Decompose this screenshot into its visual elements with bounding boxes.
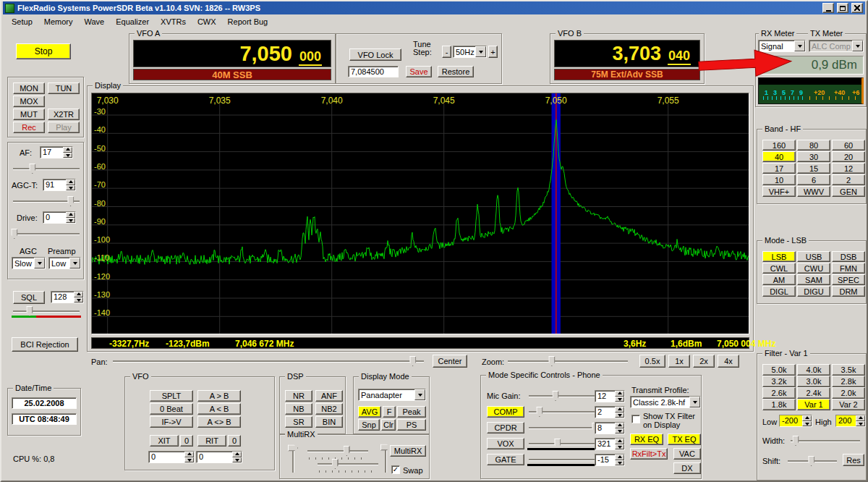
xit-spinner-down-button[interactable]	[184, 457, 194, 463]
phone-comp-button[interactable]: COMP	[487, 406, 524, 418]
mode-button-am[interactable]: AM	[762, 274, 796, 285]
rit-spinner[interactable]: 0	[196, 451, 242, 463]
display-mode-select-dropdown-button[interactable]	[414, 389, 425, 400]
tx-button-x2tr[interactable]: X2TR	[48, 109, 80, 120]
xit-spinner-up-button[interactable]	[184, 452, 194, 457]
rx-meter-select-dropdown-button[interactable]	[794, 41, 805, 51]
dx-button[interactable]: DX	[673, 462, 701, 474]
vfo-button-splt[interactable]: SPLT	[150, 390, 193, 402]
phone-cpdr-spinner[interactable]: 8	[595, 422, 625, 434]
restore-button[interactable]: Restore	[438, 66, 474, 77]
pan-slider[interactable]	[111, 355, 425, 367]
tx-button-rec[interactable]: Rec	[13, 122, 45, 133]
filter-reset-button[interactable]: Res	[843, 454, 864, 466]
vfo-a-frequency-display[interactable]: 7,050 000	[133, 40, 331, 67]
band-button-160[interactable]: 160	[762, 140, 796, 151]
display-mode-button-clr[interactable]: Clr	[381, 419, 396, 431]
zoom-2x-button[interactable]: 2x	[693, 355, 715, 368]
phone-vox-spinner-up-button[interactable]	[615, 439, 624, 444]
menu-memory[interactable]: Memory	[38, 17, 79, 27]
rx-meter-select[interactable]: Signal	[758, 40, 806, 52]
panadapter-plot[interactable]: 7,0307,0357,0407,0457,0507,055-30-40-50-…	[91, 93, 749, 334]
filter-low-spinner-up-button[interactable]	[802, 415, 812, 421]
mode-button-spec[interactable]: SPEC	[832, 274, 865, 285]
zoom-1x-button[interactable]: 1x	[668, 355, 690, 368]
mode-button-digu[interactable]: DIGU	[797, 286, 830, 297]
bci-rejection-button[interactable]: BCI Rejection	[12, 337, 78, 352]
zoom-slider[interactable]	[506, 355, 629, 367]
filter-button-5-0k[interactable]: 5.0k	[762, 364, 796, 376]
agc-select-dropdown-button[interactable]	[34, 258, 45, 269]
filter-button-var-1[interactable]: Var 1	[797, 399, 830, 410]
phone-gate-spinner[interactable]: -15	[595, 454, 625, 466]
display-mode-button-snp[interactable]: Snp	[358, 419, 380, 431]
phone-comp-spinner-up-button[interactable]	[615, 407, 624, 413]
close-button[interactable]	[851, 3, 863, 13]
agct-slider[interactable]	[12, 195, 81, 207]
mode-button-fmn[interactable]: FMN	[832, 263, 865, 274]
phone-comp-spinner[interactable]: 2	[595, 406, 625, 418]
tx-button-play[interactable]: Play	[48, 122, 80, 133]
band-button-gen[interactable]: GEN	[832, 186, 865, 197]
display-mode-button-f[interactable]: F	[383, 406, 396, 418]
filter-high-spinner-down-button[interactable]	[856, 421, 865, 427]
phone-mic-gain-spinner-down-button[interactable]	[615, 397, 624, 402]
mode-button-usb[interactable]: USB	[797, 251, 830, 262]
multirx-pan-slider[interactable]	[287, 444, 299, 474]
maximize-button[interactable]	[837, 3, 848, 13]
sql-button[interactable]: SQL	[13, 291, 45, 304]
tx-eq-button[interactable]: TX EQ	[668, 434, 701, 445]
xit-clear-button[interactable]: 0	[180, 435, 193, 447]
phone-cpdr-spinner-down-button[interactable]	[615, 428, 624, 434]
filter-width-slider[interactable]	[789, 435, 861, 447]
drive-spinner-down-button[interactable]	[66, 218, 75, 224]
dsp-button-anf[interactable]: ANF	[315, 390, 343, 402]
menu-report-bug[interactable]: Report Bug	[222, 17, 274, 27]
sql-spinner-down-button[interactable]	[74, 297, 83, 303]
drive-spinner-up-button[interactable]	[66, 212, 75, 218]
vfo-button-a-ltgt-b[interactable]: A <> B	[197, 416, 241, 428]
filter-shift-slider[interactable]	[786, 455, 838, 467]
tune-step-minus-button[interactable]: -	[442, 46, 451, 58]
transmit-profile-select-dropdown-button[interactable]	[689, 397, 700, 407]
band-button-12[interactable]: 12	[832, 163, 865, 174]
zoom-0-5x-button[interactable]: 0.5x	[639, 355, 665, 368]
sql-slider[interactable]	[12, 305, 81, 317]
tx-button-mon[interactable]: MON	[13, 83, 45, 94]
mode-button-cwu[interactable]: CWU	[797, 263, 830, 274]
filter-button-4-0k[interactable]: 4.0k	[797, 364, 830, 376]
tx-meter-select-dropdown-button[interactable]	[852, 41, 863, 51]
band-button-80[interactable]: 80	[797, 140, 830, 151]
filter-low-spinner-down-button[interactable]	[802, 421, 812, 427]
preamp-select[interactable]: Low	[48, 257, 81, 269]
transmit-profile-select[interactable]: Classic 2.8k-hf	[630, 396, 701, 408]
vfo-button-a-gt-b[interactable]: A > B	[197, 390, 241, 402]
display-mode-button-avg[interactable]: AVG	[358, 406, 381, 418]
multirx-gain-slider-2[interactable]	[316, 458, 380, 470]
drive-slider[interactable]	[12, 228, 81, 240]
filter-button-3-0k[interactable]: 3.0k	[797, 376, 830, 387]
phone-gate-spinner-down-button[interactable]	[615, 460, 624, 466]
phone-cpdr-spinner-up-button[interactable]	[615, 423, 624, 428]
filter-button-2-4k[interactable]: 2.4k	[797, 387, 830, 399]
filter-high-spinner[interactable]: 200	[835, 415, 866, 427]
dsp-button-bin[interactable]: BIN	[315, 416, 343, 428]
filter-button-3-2k[interactable]: 3.2k	[762, 376, 796, 387]
show-tx-filter-checkbox[interactable]	[631, 415, 640, 423]
dsp-button-sr[interactable]: SR	[285, 416, 312, 428]
display-mode-button-peak[interactable]: Peak	[397, 406, 426, 418]
af-slider[interactable]	[12, 163, 81, 174]
mode-button-cwl[interactable]: CWL	[762, 263, 796, 274]
vfo-b-frequency-display[interactable]: 3,703 040	[554, 40, 700, 67]
mode-button-drm[interactable]: DRM	[832, 286, 865, 297]
tune-step-select-dropdown-button[interactable]	[475, 46, 486, 57]
center-button[interactable]: Center	[433, 355, 467, 368]
band-button-15[interactable]: 15	[797, 163, 830, 174]
vac-button[interactable]: VAC	[673, 448, 701, 460]
dsp-button-nr[interactable]: NR	[285, 390, 312, 402]
band-button-2[interactable]: 2	[832, 174, 865, 185]
phone-vox-spinner[interactable]: 321	[595, 438, 625, 450]
xit-button[interactable]: XIT	[150, 435, 179, 447]
menu-cwx[interactable]: CWX	[192, 17, 222, 27]
band-button-20[interactable]: 20	[832, 151, 865, 162]
